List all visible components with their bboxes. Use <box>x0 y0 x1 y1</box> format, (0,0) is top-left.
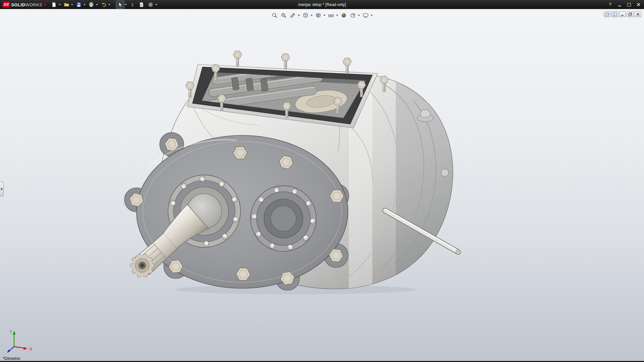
zoom-to-fit-button[interactable] <box>271 12 279 19</box>
hide-show-glasses-icon <box>328 12 334 18</box>
save-dropdown[interactable] <box>84 4 86 5</box>
y-axis-label: Y <box>9 329 12 334</box>
graphics-area[interactable]: Y X *Dimetric <box>0 9 644 362</box>
brand-chevron-icon <box>44 3 46 6</box>
new-document-icon <box>51 2 57 7</box>
main-toolbar <box>50 0 158 9</box>
print-button[interactable] <box>87 1 96 9</box>
view-orientation-button[interactable] <box>302 12 310 19</box>
coordinate-triad: Y X <box>5 326 37 357</box>
options-dropdown[interactable] <box>155 4 157 5</box>
cascade-windows-button[interactable] <box>604 11 610 17</box>
dassault-logo-icon: DS <box>2 2 10 7</box>
solidworks-logo: DS SOLIDWORKS <box>0 0 50 9</box>
open-dropdown[interactable] <box>71 4 73 5</box>
view-settings-icon <box>363 12 369 18</box>
brand-text-light: WORKS <box>25 2 42 7</box>
close-icon <box>637 3 640 6</box>
new-document-button[interactable] <box>50 1 58 9</box>
doc-minimize-button[interactable] <box>619 11 626 17</box>
rebuild-icon <box>130 2 135 7</box>
zoom-to-area-icon <box>281 12 287 18</box>
minimize-icon <box>618 6 621 6</box>
display-style-button[interactable] <box>314 12 322 19</box>
doc-close-button[interactable] <box>635 11 641 17</box>
open-button[interactable] <box>62 1 71 9</box>
select-button[interactable] <box>116 1 124 9</box>
help-button[interactable]: ? <box>606 1 614 8</box>
edit-appearance-sphere-icon <box>341 12 347 18</box>
headsup-view-toolbar <box>269 11 375 20</box>
maximize-button[interactable] <box>625 1 633 8</box>
options-gear-icon <box>148 2 153 7</box>
select-cursor-icon <box>117 2 123 7</box>
new-document-dropdown[interactable] <box>59 4 61 5</box>
doc-minimize-icon <box>621 12 625 16</box>
options-button[interactable] <box>146 1 155 9</box>
hide-show-items-button[interactable] <box>327 12 335 19</box>
toolbar-separator <box>113 2 114 8</box>
doc-close-icon <box>636 12 640 16</box>
save-icon <box>76 2 82 7</box>
gearbox-model[interactable] <box>124 51 461 294</box>
hide-show-items-dropdown[interactable] <box>336 15 338 16</box>
display-style-dropdown[interactable] <box>323 15 325 16</box>
featuremanager-flyout-tab[interactable] <box>0 182 4 196</box>
model-canvas[interactable] <box>0 9 644 362</box>
flyout-arrow-icon <box>1 188 3 190</box>
zoom-to-fit-icon <box>272 12 278 18</box>
view-settings-button[interactable] <box>362 12 370 19</box>
section-view-dropdown[interactable] <box>298 15 300 16</box>
view-settings-dropdown[interactable] <box>371 15 373 16</box>
apply-scene-icon <box>350 12 356 18</box>
brand-text-bold: SOLID <box>11 2 25 7</box>
print-dropdown[interactable] <box>96 4 98 5</box>
doc-restore-icon <box>628 12 632 16</box>
close-button[interactable] <box>634 1 643 8</box>
edit-appearance-button[interactable] <box>340 12 348 19</box>
y-axis-arrow <box>13 331 16 335</box>
window-controls: ? <box>606 0 644 9</box>
tile-icon <box>613 12 617 16</box>
select-dropdown[interactable] <box>125 4 127 5</box>
file-properties-button[interactable] <box>137 1 146 9</box>
view-orientation-label: *Dimetric <box>3 356 20 361</box>
display-style-icon <box>315 12 321 18</box>
rebuild-button[interactable] <box>128 1 137 9</box>
window-title: menjac sklop * [Read-only] <box>298 2 346 7</box>
apply-scene-button[interactable] <box>349 12 357 19</box>
view-orientation-cube-icon <box>303 12 309 18</box>
print-icon <box>89 2 94 7</box>
tile-windows-button[interactable] <box>611 11 618 17</box>
maximize-icon <box>627 3 631 6</box>
undo-button[interactable] <box>99 1 108 9</box>
file-properties-icon <box>139 2 144 7</box>
doc-restore-button[interactable] <box>627 11 634 17</box>
title-bar: DS SOLIDWORKS <box>0 0 644 9</box>
undo-dropdown[interactable] <box>108 4 110 5</box>
save-button[interactable] <box>74 1 83 9</box>
section-view-icon <box>290 12 296 18</box>
apply-scene-dropdown[interactable] <box>358 15 360 16</box>
section-view-button[interactable] <box>289 12 297 19</box>
view-orientation-dropdown[interactable] <box>311 15 313 16</box>
minimize-button[interactable] <box>615 1 624 8</box>
open-folder-icon <box>64 2 69 7</box>
undo-icon <box>101 2 106 7</box>
x-axis-arrow <box>23 347 28 350</box>
cascade-icon <box>605 12 609 16</box>
x-axis-label: X <box>30 347 32 352</box>
right-bearing[interactable] <box>251 186 316 251</box>
document-window-controls <box>604 11 641 17</box>
zoom-to-area-button[interactable] <box>280 12 288 19</box>
